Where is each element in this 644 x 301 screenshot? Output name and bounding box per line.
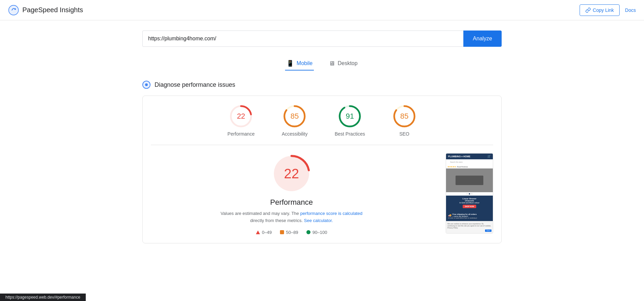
preview-reviews: ★★★★★ Read Reviews xyxy=(446,165,493,168)
tab-desktop[interactable]: 🖥 Desktop xyxy=(327,57,359,71)
score-circle-seo: 85 xyxy=(392,104,417,128)
legend-item-needs-improvement: 50–89 xyxy=(280,230,298,235)
preview-cookie-banner: We use cookies to enhance your experienc… xyxy=(446,221,493,233)
preview-hero xyxy=(446,168,493,192)
url-bar-container: Analyze xyxy=(142,31,502,47)
score-item-best-practices[interactable]: 91 Best Practices xyxy=(335,104,365,137)
mobile-icon: 📱 xyxy=(286,60,294,67)
score-circle-best-practices: 91 xyxy=(338,104,362,128)
score-value-best-practices: 91 xyxy=(346,112,354,121)
score-item-performance[interactable]: 22 Performance xyxy=(227,104,255,137)
detail-section: 22 Performance Values are estimated and … xyxy=(151,153,493,235)
score-value-seo: 85 xyxy=(400,112,408,121)
preview-product-shape xyxy=(456,176,484,185)
preview-shop-now-btn: SHOP NOW xyxy=(463,205,476,208)
legend-good-label: 90–100 xyxy=(313,230,327,235)
preview-cookie-text: We use cookies to enhance your experienc… xyxy=(447,223,491,229)
preview-logo: PLUMBING ♦ HOME xyxy=(448,155,470,158)
preview-shipping-note: (if order is made before 2pm on weekdays… xyxy=(448,217,491,219)
header: PageSpeed Insights Copy Link Docs xyxy=(0,0,644,20)
tab-desktop-label: Desktop xyxy=(338,60,358,66)
score-circle-performance: 22 xyxy=(229,104,253,128)
diagnose-title: Diagnose performance issues xyxy=(155,81,235,88)
svg-point-1 xyxy=(14,8,16,10)
logo: PageSpeed Insights xyxy=(8,5,83,16)
score-desc-text: Values are estimated and may vary. The xyxy=(221,211,300,216)
preview-dot-1 xyxy=(466,193,468,195)
score-label-seo: SEO xyxy=(399,131,409,137)
score-label-accessibility: Accessibility xyxy=(282,131,307,137)
diagnose-inner-dot xyxy=(145,83,148,86)
diagnose-section: Diagnose performance issues 22 Performan… xyxy=(142,81,502,243)
score-legend: 0–49 50–89 90–100 xyxy=(151,230,432,235)
calculator-link[interactable]: See calculator. xyxy=(304,218,333,223)
main-content: Analyze 📱 Mobile 🖥 Desktop Diagnose perf… xyxy=(136,20,508,260)
link-icon xyxy=(585,7,591,13)
preview-nav: PLUMBING ♦ HOME 🛒 xyxy=(446,154,493,159)
perf-score-link[interactable]: performance score is calculated xyxy=(300,211,363,216)
score-item-accessibility[interactable]: 85 Accessibility xyxy=(282,104,307,137)
legend-poor-label: 0–49 xyxy=(262,230,272,235)
preview-carousel-dots xyxy=(446,192,493,196)
tabs-container: 📱 Mobile 🖥 Desktop xyxy=(142,57,502,71)
detail-left: 22 Performance Values are estimated and … xyxy=(151,153,432,235)
score-value-performance: 22 xyxy=(237,112,245,121)
big-score-title: Performance xyxy=(270,198,313,207)
score-label-performance: Performance xyxy=(227,131,255,137)
tab-mobile-label: Mobile xyxy=(297,60,313,66)
legend-dot-icon xyxy=(306,230,310,234)
website-preview: PLUMBING ♦ HOME 🛒 Search the store ★★★★★… xyxy=(446,153,493,234)
preview-stars: ★★★★★ xyxy=(447,165,456,168)
preview-truck-icon: 🚚 xyxy=(448,214,451,217)
score-description: Values are estimated and may vary. The p… xyxy=(220,210,363,224)
big-score-container: 22 Performance Values are estimated and … xyxy=(151,153,432,224)
legend-item-poor: 0–49 xyxy=(256,230,272,235)
header-actions: Copy Link Docs xyxy=(580,4,636,16)
score-value-accessibility: 85 xyxy=(290,112,299,121)
big-score-circle: 22 xyxy=(271,153,312,194)
legend-square-icon xyxy=(280,230,284,234)
analyze-button[interactable]: Analyze xyxy=(463,31,502,47)
diagnose-header: Diagnose performance issues xyxy=(142,81,502,89)
diagnose-icon xyxy=(142,81,150,89)
preview-hero-bg xyxy=(446,168,493,192)
logo-text: PageSpeed Insights xyxy=(22,6,83,14)
copy-link-button[interactable]: Copy Link xyxy=(580,4,620,16)
score-label-best-practices: Best Practices xyxy=(335,131,365,137)
preview-search-bar: Search the store xyxy=(446,159,493,165)
preview-reviews-text: Read Reviews xyxy=(457,166,468,168)
preview-cookie-btn-row: Got it xyxy=(447,229,491,232)
svg-point-0 xyxy=(9,5,19,15)
copy-link-label: Copy Link xyxy=(593,7,614,13)
preview-search-input: Search the store xyxy=(449,160,490,164)
preview-dot-3 xyxy=(471,193,472,195)
preview-banner-sub: In Gold and Black colour xyxy=(447,202,491,204)
preview-shipping: 🚚 Free shipping for all orders + same da… xyxy=(446,211,493,221)
website-preview-container: PLUMBING ♦ HOME 🛒 Search the store ★★★★★… xyxy=(446,153,493,235)
scores-row: 22 Performance 85 Accessibility xyxy=(151,104,493,145)
score-desc-mid: directly from these metrics. xyxy=(250,218,304,223)
docs-link[interactable]: Docs xyxy=(625,7,636,13)
url-input[interactable] xyxy=(142,31,463,47)
tab-mobile[interactable]: 📱 Mobile xyxy=(285,57,314,71)
desktop-icon: 🖥 xyxy=(329,60,335,67)
scores-card: 22 Performance 85 Accessibility xyxy=(142,96,502,243)
big-score-value: 22 xyxy=(284,166,299,181)
preview-got-it-btn: Got it xyxy=(485,229,491,232)
pagespeed-logo-icon xyxy=(8,5,19,16)
preview-shipping-row: 🚚 Free shipping for all orders + same da… xyxy=(448,213,491,217)
score-item-seo[interactable]: 85 SEO xyxy=(392,104,417,137)
preview-shipping-text: Free shipping for all orders + same day … xyxy=(452,213,477,217)
legend-needs-label: 50–89 xyxy=(286,230,298,235)
preview-banner: Linear Shower Channels In Gold and Black… xyxy=(446,196,493,211)
preview-cart-icon: 🛒 xyxy=(487,155,491,158)
preview-dot-2 xyxy=(469,193,470,195)
legend-item-good: 90–100 xyxy=(306,230,327,235)
legend-triangle-icon xyxy=(256,230,260,234)
score-circle-accessibility: 85 xyxy=(282,104,307,128)
